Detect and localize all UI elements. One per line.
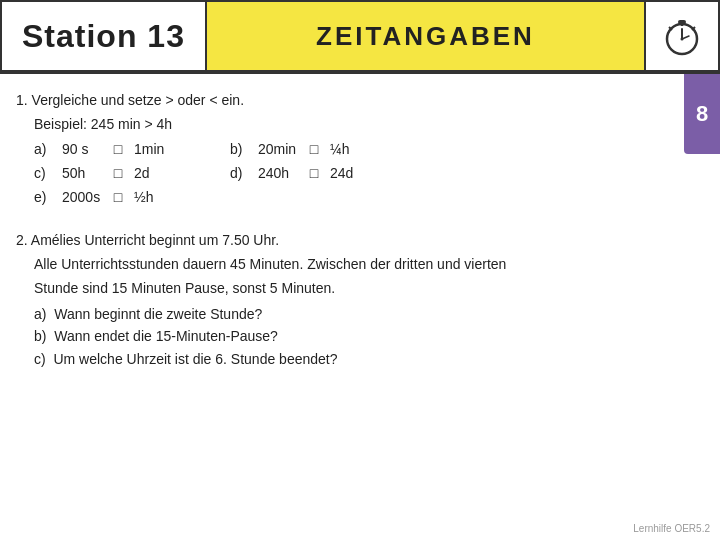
task1-item-a: a) 90 s □ 1min — [34, 139, 170, 161]
item-label: b) — [230, 139, 252, 161]
task-2: 2. Amélies Unterricht beginnt um 7.50 Uh… — [16, 230, 700, 370]
table-row: e) 2000s □ ½h — [34, 187, 700, 209]
watermark: Lernhilfe OER5.2 — [633, 523, 710, 534]
topic-title: Zeitangaben — [316, 21, 535, 52]
task1-items: a) 90 s □ 1min b) 20min □ ¼h c) 50h — [34, 139, 700, 208]
qb-text: Wann endet die 15-Minuten-Pause? — [54, 328, 278, 344]
badge-number: 8 — [696, 101, 708, 127]
timer-icon — [659, 12, 705, 61]
task2-body: Alle Unterrichtsstunden dauern 45 Minute… — [34, 254, 700, 370]
item-label: e) — [34, 187, 56, 209]
task1-item-e: e) 2000s □ ½h — [34, 187, 170, 209]
item-compare: 2d — [134, 163, 170, 185]
item-value: 2000s — [62, 187, 102, 209]
qa-text: Wann beginnt die zweite Stunde? — [54, 306, 262, 322]
item-arrow: □ — [108, 163, 128, 185]
task1-item-b: b) 20min □ ¼h — [230, 139, 366, 161]
task2-questions: a) Wann beginnt die zweite Stunde? b) Wa… — [34, 304, 700, 371]
item-value: 240h — [258, 163, 298, 185]
qc-label: c) — [34, 351, 53, 367]
timer-box — [646, 0, 720, 72]
task1-heading: 1. Vergleiche und setze > oder < ein. — [16, 90, 700, 112]
item-arrow: □ — [108, 139, 128, 161]
item-value: 20min — [258, 139, 298, 161]
item-compare: 1min — [134, 139, 170, 161]
item-arrow: □ — [304, 163, 324, 185]
svg-rect-1 — [678, 20, 686, 24]
item-compare: ¼h — [330, 139, 366, 161]
task1-item-c: c) 50h □ 2d — [34, 163, 170, 185]
item-compare: 24d — [330, 163, 366, 185]
item-label: a) — [34, 139, 56, 161]
topic-title-box: Zeitangaben — [207, 0, 646, 72]
qb-label: b) — [34, 328, 54, 344]
item-label: c) — [34, 163, 56, 185]
item-arrow: □ — [108, 187, 128, 209]
svg-point-7 — [681, 37, 684, 40]
item-arrow: □ — [304, 139, 324, 161]
number-badge: 8 — [684, 74, 720, 154]
task2-line3: Stunde sind 15 Minuten Pause, sonst 5 Mi… — [34, 278, 700, 300]
content-area: 1. Vergleiche und setze > oder < ein. Be… — [0, 74, 720, 409]
table-row: c) 50h □ 2d d) 240h □ 24d — [34, 163, 700, 185]
station-title-box: Station 13 — [0, 0, 207, 72]
task2-qa: a) Wann beginnt die zweite Stunde? — [34, 304, 700, 326]
task1-example: Beispiel: 245 min > 4h — [34, 114, 700, 136]
item-compare: ½h — [134, 187, 170, 209]
qc-text: Um welche Uhrzeit ist die 6. Stunde been… — [53, 351, 337, 367]
task2-heading: 2. Amélies Unterricht beginnt um 7.50 Uh… — [16, 230, 700, 252]
task2-line2: Alle Unterrichtsstunden dauern 45 Minute… — [34, 254, 700, 276]
task1-item-d: d) 240h □ 24d — [230, 163, 366, 185]
qa-label: a) — [34, 306, 54, 322]
item-value: 50h — [62, 163, 102, 185]
task2-qb: b) Wann endet die 15-Minuten-Pause? — [34, 326, 700, 348]
item-value: 90 s — [62, 139, 102, 161]
station-title: Station 13 — [22, 18, 185, 55]
task2-qc: c) Um welche Uhrzeit ist die 6. Stunde b… — [34, 349, 700, 371]
table-row: a) 90 s □ 1min b) 20min □ ¼h — [34, 139, 700, 161]
header: Station 13 Zeitangaben — [0, 0, 720, 74]
item-label: d) — [230, 163, 252, 185]
task-1: 1. Vergleiche und setze > oder < ein. Be… — [16, 90, 700, 208]
